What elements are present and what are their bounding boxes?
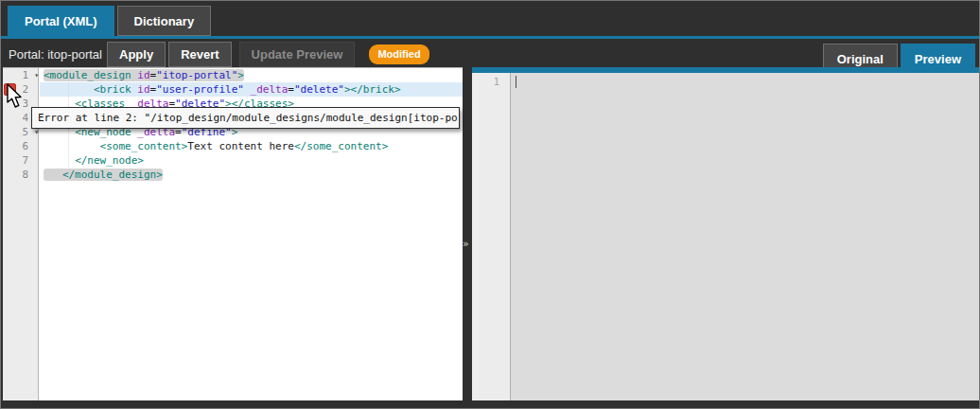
preview-pane-accent-bar	[472, 67, 979, 73]
portal-name-label: Portal: itop-portal	[9, 47, 102, 62]
syntax-attr: id	[137, 83, 149, 96]
syntax-txt: Text content here	[187, 140, 294, 152]
line-number: 3	[22, 97, 28, 111]
tab-bar: Portal (XML) Dictionary	[8, 6, 211, 36]
pane-splitter-handle[interactable]: »	[463, 238, 467, 250]
error-marker-icon[interactable]: ✕	[4, 83, 16, 96]
tab-portal-xml[interactable]: Portal (XML)	[8, 6, 114, 36]
syntax-tag: <some_content>	[100, 140, 188, 152]
error-tooltip: Error at line 2: "/itop_design/module_de…	[31, 107, 460, 129]
syntax-tag: </some_content>	[294, 140, 388, 152]
apply-button[interactable]: Apply	[107, 42, 166, 67]
code-line-content[interactable]: <brick id="user-profile" _delta="delete"…	[40, 82, 463, 97]
revert-button[interactable]: Revert	[168, 42, 231, 67]
syntax-txt	[244, 83, 251, 96]
syntax-tag: </new_node>	[75, 154, 144, 167]
line-number-cell: 8	[3, 168, 40, 182]
tab-dictionary[interactable]: Dictionary	[117, 6, 212, 36]
syntax-str: "user-profile"	[156, 83, 244, 96]
line-number: 1	[22, 68, 28, 82]
code-line[interactable]: 6 <some_content>Text content here</some_…	[3, 139, 463, 153]
syntax-tag: >	[237, 69, 244, 81]
update-preview-button: Update Preview	[239, 42, 356, 67]
code-line-content[interactable]: <module_design id="itop-portal">	[40, 68, 463, 82]
syntax-str: "itop-portal"	[156, 69, 237, 81]
line-number-cell: 7	[3, 153, 40, 168]
line-number: 7	[22, 153, 28, 168]
line-number-cell: 1▾	[3, 68, 40, 82]
preview-text-caret	[516, 76, 516, 88]
line-number-cell: ✕2	[3, 82, 40, 97]
syntax-attr: _delta	[251, 83, 289, 96]
syntax-tag: ></brick>	[344, 83, 401, 96]
toolbar: Portal: itop-portal Apply Revert Update …	[9, 41, 429, 67]
xml-designer-window: Portal (XML) Dictionary Portal: itop-por…	[0, 0, 980, 409]
code-line[interactable]: 8 </module_design>	[3, 168, 463, 182]
syntax-tag: <module_design	[44, 69, 131, 81]
syntax-tag: <brick	[94, 83, 131, 96]
line-number-cell: 6	[3, 139, 40, 153]
fold-arrow-icon[interactable]: ▾	[34, 68, 39, 82]
preview-pane[interactable]: 1	[472, 67, 979, 400]
line-number: 5	[22, 125, 28, 139]
line-number: 8	[22, 168, 28, 182]
matching-tag-highlight: <module_design id="itop-portal">	[44, 69, 244, 81]
code-line[interactable]: ✕2 <brick id="user-profile" _delta="dele…	[3, 82, 463, 97]
code-line-content[interactable]: </new_node>	[40, 153, 463, 168]
syntax-tag: </module_design>	[62, 169, 163, 181]
syntax-txt: =	[288, 83, 294, 96]
line-number: 2	[22, 82, 28, 97]
modified-status-badge: Modified	[369, 44, 429, 64]
code-line[interactable]: 7 </new_node>	[3, 153, 463, 168]
code-line-content[interactable]: <some_content>Text content here</some_co…	[40, 139, 463, 153]
line-number: 4	[22, 111, 28, 125]
syntax-str: "delete"	[294, 83, 344, 96]
code-line[interactable]: 1▾<module_design id="itop-portal">	[3, 68, 463, 82]
matching-tag-highlight: </module_design>	[44, 169, 163, 181]
preview-line-number: 1	[493, 75, 499, 89]
preview-gutter: 1	[472, 73, 511, 400]
line-number: 6	[22, 139, 28, 153]
code-line-content[interactable]: </module_design>	[40, 168, 463, 182]
tab-underline	[1, 36, 979, 39]
syntax-attr: id	[137, 69, 149, 81]
